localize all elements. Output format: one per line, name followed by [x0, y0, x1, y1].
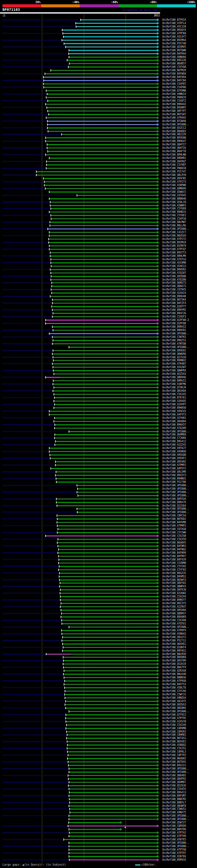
- hit-label[interactable]: UniRef100_B6U0V5: [162, 541, 186, 544]
- hit-label[interactable]: UniRef100_B4FWQ4: [162, 72, 186, 75]
- hit-label[interactable]: UniRef100_B9H442: [162, 103, 186, 105]
- hit-label[interactable]: UniRef100_P08819: [162, 96, 186, 99]
- alignment-bar[interactable]: [47, 144, 157, 145]
- alignment-bar[interactable]: [57, 532, 157, 533]
- alignment-bar[interactable]: [57, 505, 157, 506]
- hit-label[interactable]: UniRef100_B8B5L7: [162, 801, 186, 804]
- alignment-bar[interactable]: [59, 576, 157, 577]
- alignment-bar[interactable]: [62, 30, 157, 30]
- hit-label[interactable]: UniRef100_C0P7P2: [162, 754, 186, 756]
- alignment-bar[interactable]: [69, 782, 157, 783]
- hit-label[interactable]: UniRef100_A7PI73: [162, 180, 186, 183]
- hit-label[interactable]: UniRef100_Q7XKJ9: [162, 386, 186, 389]
- hit-label[interactable]: UniRef100_B7ZWX0: [162, 120, 186, 123]
- hit-label[interactable]: UniRef100_A5C1I0: [162, 25, 186, 28]
- alignment-bar[interactable]: [44, 87, 157, 88]
- alignment-bar[interactable]: [63, 674, 157, 675]
- hit-label[interactable]: UniRef100_C5Y6E0: [162, 207, 186, 210]
- hit-label[interactable]: UniRef100_C5Z0M0: [162, 562, 186, 564]
- hit-label[interactable]: UniRef100_A7PTA2: [162, 831, 186, 834]
- hit-label[interactable]: UniRef100_A5AIW7: [162, 366, 186, 369]
- alignment-bar[interactable]: [65, 704, 157, 705]
- hit-label[interactable]: UniRef100_A7PAA5: [162, 116, 186, 119]
- alignment-bar[interactable]: [49, 212, 157, 213]
- alignment-bar[interactable]: [63, 667, 157, 668]
- hit-label[interactable]: UniRef100_Q0DRG7: [162, 612, 186, 615]
- hit-label[interactable]: UniRef100_B9RVI1: [162, 379, 186, 382]
- hit-label[interactable]: UniRef100_A3BFM6: [162, 383, 186, 385]
- alignment-bar[interactable]: [50, 458, 157, 459]
- hit-label[interactable]: UniRef100_Q9LSM9: [162, 470, 186, 473]
- alignment-bar[interactable]: [80, 20, 157, 20]
- alignment-bar[interactable]: [63, 663, 157, 664]
- hit-label[interactable]: UniRef100_B6TSK4: [162, 298, 186, 301]
- alignment-bar[interactable]: [55, 424, 157, 425]
- hit-label[interactable]: UniRef100_Q10KF4: [162, 646, 186, 649]
- alignment-bar[interactable]: [49, 451, 157, 452]
- hit-label[interactable]: UniRef100_A7PT95: [162, 717, 186, 720]
- hit-label[interactable]: UniRef100_UPI000..: [162, 332, 189, 335]
- hit-label[interactable]: UniRef100_C5X360: [162, 619, 186, 622]
- alignment-bar[interactable]: [52, 292, 157, 293]
- alignment-bar[interactable]: [60, 593, 157, 594]
- alignment-bar[interactable]: [49, 198, 157, 199]
- hit-label[interactable]: UniRef100_B6TM29: [162, 69, 186, 72]
- hit-label[interactable]: UniRef100_B6TS87: [162, 113, 186, 116]
- hit-label[interactable]: UniRef100_C5XP10: [162, 217, 186, 220]
- alignment-bar[interactable]: [69, 836, 157, 837]
- alignment-bar[interactable]: [60, 596, 157, 597]
- hit-label[interactable]: UniRef100_B9FUM7: [162, 795, 186, 797]
- hit-label[interactable]: UniRef100_C5Y2W0: [162, 531, 186, 534]
- hit-label[interactable]: UniRef100_C6TAG8: [162, 528, 186, 530]
- hit-label[interactable]: UniRef100_A2XSY0: [162, 720, 186, 723]
- hit-label[interactable]: UniRef100_B4FNQ2: [162, 548, 186, 551]
- alignment-bar[interactable]: [57, 515, 157, 516]
- alignment-bar[interactable]: [67, 748, 157, 749]
- hit-label[interactable]: UniRef100_C6THX5: [162, 288, 186, 291]
- hit-label[interactable]: UniRef100_A5C4Y7: [162, 35, 186, 38]
- hit-label[interactable]: UniRef100_A2Z241: [162, 443, 186, 446]
- hit-label[interactable]: UniRef100_B8LK48: [162, 673, 186, 676]
- hit-label[interactable]: UniRef100_B9DHR1: [162, 157, 186, 159]
- hit-label[interactable]: UniRef100_A8J4Y5: [162, 700, 186, 703]
- alignment-bar[interactable]: [53, 313, 157, 314]
- alignment-bar[interactable]: [66, 701, 157, 702]
- hit-label[interactable]: UniRef100_B9H8S8: [162, 406, 186, 409]
- hit-label[interactable]: UniRef100_B8AQK9: [162, 616, 186, 618]
- hit-label[interactable]: UniRef100_B9RA79: [162, 501, 186, 504]
- alignment-bar[interactable]: [65, 687, 157, 688]
- alignment-bar[interactable]: [64, 43, 157, 44]
- alignment-bar[interactable]: [56, 461, 157, 462]
- hit-label[interactable]: UniRef100_B4F929: [162, 558, 186, 561]
- hit-label[interactable]: UniRef100_A9NKI4: [162, 93, 186, 95]
- hit-label[interactable]: UniRef100_A2YH81: [162, 416, 186, 420]
- alignment-bar[interactable]: [69, 792, 157, 793]
- alignment-bar[interactable]: [55, 417, 157, 418]
- hit-label[interactable]: UniRef100_P55748: [162, 42, 186, 45]
- hit-label[interactable]: UniRef100_B9G412: [162, 440, 186, 443]
- hit-label[interactable]: UniRef100_B4FHA4: [162, 76, 186, 79]
- hit-label[interactable]: UniRef100_B8BCM2: [162, 798, 186, 801]
- alignment-bar[interactable]: [44, 80, 157, 81]
- hit-label[interactable]: UniRef100_B9GZ35: [162, 572, 186, 575]
- hit-label[interactable]: UniRef100_P08818: [162, 167, 186, 170]
- alignment-bar[interactable]: [45, 104, 157, 105]
- alignment-bar[interactable]: [44, 185, 157, 186]
- alignment-bar[interactable]: [47, 107, 157, 108]
- alignment-bar[interactable]: [43, 77, 157, 78]
- alignment-bar[interactable]: [56, 482, 157, 483]
- hit-label[interactable]: UniRef100_B8A7F9: [162, 666, 186, 669]
- alignment-bar[interactable]: [58, 546, 157, 547]
- alignment-bar[interactable]: [53, 350, 157, 351]
- hit-label[interactable]: UniRef100_A7PTA0: [162, 848, 186, 851]
- hit-label[interactable]: UniRef100_A5AE13: [162, 265, 186, 268]
- hit-label[interactable]: UniRef100_P55747: [162, 170, 186, 173]
- alignment-bar[interactable]: [52, 316, 157, 317]
- alignment-bar[interactable]: [52, 309, 157, 310]
- alignment-bar[interactable]: [60, 589, 157, 590]
- hit-label[interactable]: UniRef100_B9G413: [162, 791, 186, 794]
- hit-label[interactable]: UniRef100_B9REY7: [162, 598, 186, 601]
- hit-label[interactable]: UniRef100_UPI000..: [162, 430, 189, 433]
- alignment-bar[interactable]: [69, 856, 157, 857]
- alignment-bar[interactable]: [43, 178, 157, 179]
